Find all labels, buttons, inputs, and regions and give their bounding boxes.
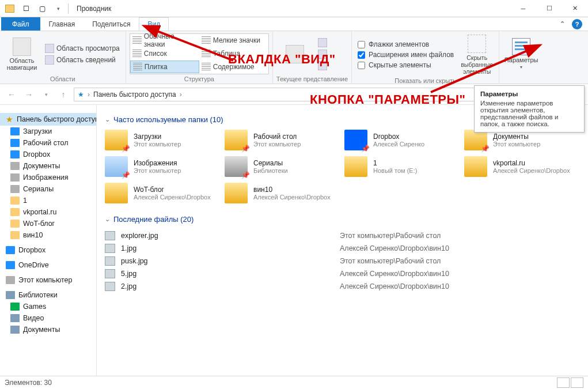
layout-tiles[interactable]: Плитка <box>130 61 199 73</box>
layout-list[interactable]: Список <box>130 47 199 60</box>
up-button[interactable]: ↑ <box>56 88 70 101</box>
tab-share[interactable]: Поделиться <box>84 17 139 31</box>
close-button[interactable]: ✕ <box>562 0 588 17</box>
tree-item[interactable]: 1 <box>0 195 96 206</box>
file-row[interactable]: 5.jpgАлексей Сиренко\Dropbox\вин10 <box>105 267 580 280</box>
navigation-pane-button[interactable]: Область навигации <box>3 33 40 74</box>
details-pane-button[interactable]: Область сведений <box>43 55 122 65</box>
layout-large[interactable]: Обычные значки <box>130 34 199 47</box>
preview-pane-button[interactable]: Область просмотра <box>43 43 122 54</box>
folder-item[interactable]: 1Новый том (E:) <box>344 156 460 177</box>
folder-item[interactable]: 📌DropboxАлексей Сиренко <box>344 130 460 150</box>
tree-item[interactable]: OneDrive <box>0 259 96 271</box>
tree-item[interactable]: Games <box>0 301 96 312</box>
tree-item[interactable]: ★Панель быстрого доступа <box>0 113 96 126</box>
pin-icon: 📌 <box>361 145 370 153</box>
hide-selected-button[interactable]: Скрыть выбранные элементы <box>458 33 495 76</box>
file-name: pusk.jpg <box>121 257 340 265</box>
folder-item[interactable]: 📌ЗагрузкиЭтот компьютер <box>105 130 220 150</box>
file-path: Алексей Сиренко\Dropbox\вин10 <box>340 244 449 252</box>
folder-name: Сериалы <box>253 159 288 167</box>
group-by-button[interactable] <box>316 37 329 48</box>
layout-content[interactable]: Содержимое <box>199 61 268 73</box>
help-icon[interactable]: ? <box>572 19 582 29</box>
view-large-icon[interactable] <box>571 377 583 388</box>
tree-item[interactable]: Рабочий стол <box>0 137 96 149</box>
tree-icon <box>10 314 20 322</box>
tab-view[interactable]: Вид <box>139 17 169 31</box>
section-recent[interactable]: Последние файлы (20) <box>105 215 580 224</box>
folder-item[interactable]: вин10Алексей Сиренко\Dropbox <box>225 183 340 203</box>
content-area[interactable]: Часто используемые папки (10) 📌ЗагрузкиЭ… <box>97 105 588 376</box>
folder-item[interactable]: 📌СериалыБиблиотеки <box>225 156 340 177</box>
tree-item[interactable]: вин10 <box>0 229 96 241</box>
folder-item[interactable]: 📌ДокументыЭтот компьютер <box>464 130 579 150</box>
tree-label: Dropbox <box>23 150 50 158</box>
layout-small[interactable]: Мелкие значки <box>199 34 268 47</box>
folder-item[interactable]: vkportal.ruАлексей Сиренко\Dropbox <box>464 156 579 177</box>
recent-locations-icon[interactable]: ▾ <box>39 88 53 101</box>
navigation-tree[interactable]: ★Панель быстрого доступаЗагрузкиРабочий … <box>0 105 97 376</box>
item-checkboxes[interactable]: Флажки элементов <box>358 40 454 49</box>
breadcrumb-location[interactable]: Панель быстрого доступа <box>93 90 176 99</box>
tree-label: Рабочий стол <box>23 139 68 147</box>
pin-icon: 📌 <box>122 171 130 179</box>
file-row[interactable]: pusk.jpgЭтот компьютер\Рабочий стол <box>105 255 580 267</box>
tree-item[interactable]: Документы <box>0 324 96 335</box>
tree-item[interactable]: Библиотеки <box>0 289 96 301</box>
tree-item[interactable]: Видео <box>0 312 96 324</box>
tree-item[interactable]: Загрузки <box>0 126 96 137</box>
layout-table[interactable]: Таблица <box>199 47 268 60</box>
tree-item[interactable]: Dropbox <box>0 244 96 256</box>
options-button[interactable]: Параметры ▾ <box>503 33 540 74</box>
view-details-icon[interactable] <box>557 377 570 388</box>
file-row[interactable]: explorer.jpgЭтот компьютер\Рабочий стол <box>105 229 580 242</box>
folder-sub: Алексей Сиренко <box>373 141 424 148</box>
tree-icon <box>10 220 20 228</box>
file-row[interactable]: 2.jpgАлексей Сиренко\Dropbox\вин10 <box>105 280 580 293</box>
folder-sub: Этот компьютер <box>134 141 181 148</box>
tree-icon <box>10 303 20 311</box>
qat-dropdown-icon[interactable]: ▾ <box>52 2 65 15</box>
group-layout-label: Структура <box>130 74 269 82</box>
options-icon <box>512 38 530 55</box>
folder-icon: 📌 <box>225 130 248 150</box>
tree-label: Документы <box>23 162 60 170</box>
forward-button[interactable]: → <box>22 88 36 101</box>
tree-icon <box>10 173 20 182</box>
collapse-ribbon-icon[interactable]: ⌃ <box>557 19 567 29</box>
maximize-button[interactable]: ☐ <box>536 0 562 17</box>
ribbon: Область навигации Область просмотра Обла… <box>0 31 588 84</box>
tree-label: 1 <box>23 197 27 205</box>
sort-button[interactable] <box>276 33 313 74</box>
tree-item[interactable]: vkportal.ru <box>0 206 96 218</box>
tree-item[interactable]: Изображения <box>0 172 96 183</box>
tab-home[interactable]: Главная <box>40 17 84 31</box>
layout-gallery[interactable]: Обычные значки Мелкие значки Список Табл… <box>130 33 269 74</box>
add-columns-button[interactable] <box>316 49 329 59</box>
file-row[interactable]: 1.jpgАлексей Сиренко\Dropbox\вин10 <box>105 242 580 255</box>
qat-properties-icon[interactable]: ☐ <box>20 2 32 15</box>
hidden-items[interactable]: Скрытые элементы <box>358 61 454 70</box>
tree-item[interactable]: WoT-блог <box>0 218 96 229</box>
folder-item[interactable]: 📌ИзображенияЭтот компьютер <box>105 156 220 177</box>
minimize-button[interactable]: ─ <box>510 0 536 17</box>
tree-item[interactable]: Сериалы <box>0 183 96 195</box>
tree-label: vkportal.ru <box>23 208 56 216</box>
file-icon <box>105 244 115 253</box>
tree-icon <box>10 231 20 239</box>
fit-columns-button[interactable] <box>316 61 329 71</box>
tree-item[interactable]: Этот компьютер <box>0 274 96 286</box>
folder-sub: Алексей Сиренко\Dropbox <box>253 194 331 201</box>
tree-item[interactable]: Dropbox <box>0 149 96 160</box>
file-path: Этот компьютер\Рабочий стол <box>340 232 441 240</box>
folder-item[interactable]: WoT-блогАлексей Сиренко\Dropbox <box>105 183 220 203</box>
folder-item[interactable]: 📌Рабочий столЭтот компьютер <box>225 130 340 150</box>
back-button[interactable]: ← <box>5 88 18 101</box>
qat-newfolder-icon[interactable]: ▢ <box>36 2 48 15</box>
tab-file[interactable]: Файл <box>1 17 40 31</box>
tree-icon <box>10 162 20 170</box>
file-extensions[interactable]: Расширения имен файлов <box>358 50 454 59</box>
tree-label: OneDrive <box>18 261 49 269</box>
tree-item[interactable]: Документы <box>0 160 96 172</box>
